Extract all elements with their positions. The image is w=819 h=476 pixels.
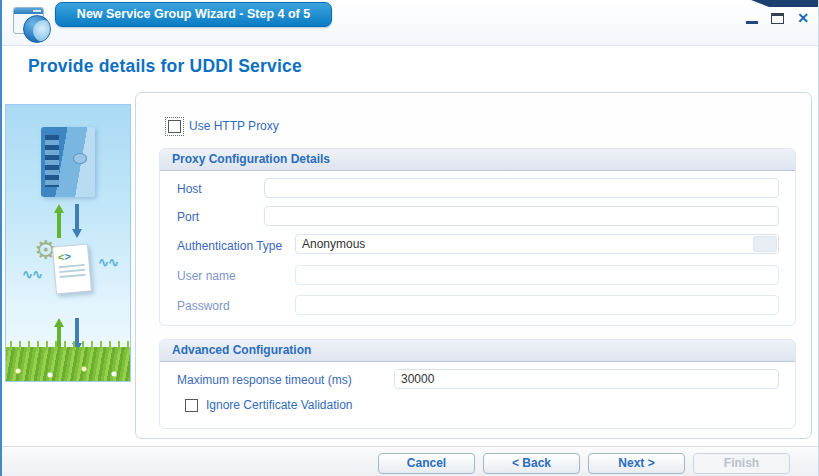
finish-button: Finish	[693, 453, 790, 474]
proxy-configuration-group: Proxy Configuration Details Host Port Au…	[159, 148, 796, 326]
code-glyph: <>	[57, 249, 84, 263]
port-label: Port	[177, 210, 199, 224]
cancel-button[interactable]: Cancel	[378, 453, 475, 474]
squiggle-decoration: ∿∿	[22, 267, 42, 282]
password-input[interactable]	[295, 295, 779, 315]
password-label: Password	[177, 299, 230, 313]
footer-bar: Cancel < Back Next > Finish	[0, 446, 818, 476]
username-input[interactable]	[295, 265, 779, 285]
crescent-orb-icon	[23, 15, 51, 43]
authentication-type-value[interactable]	[295, 234, 779, 254]
use-http-proxy-checkbox[interactable]	[168, 120, 181, 133]
advanced-configuration-group: Advanced Configuration Maximum response …	[159, 339, 796, 429]
page-title: Provide details for UDDI Service	[28, 56, 302, 77]
content-panel: Use HTTP Proxy Proxy Configuration Detai…	[135, 92, 812, 439]
advanced-group-title: Advanced Configuration	[160, 340, 795, 362]
maximize-icon[interactable]	[771, 13, 784, 24]
arrow-up-icon	[54, 204, 64, 238]
window-left-border	[0, 0, 2, 476]
wizard-buttons: Cancel < Back Next > Finish	[378, 453, 790, 474]
titlebar-decoration	[751, 0, 818, 7]
back-button[interactable]: < Back	[483, 453, 580, 474]
ignore-cert-checkbox[interactable]	[185, 399, 198, 412]
grass-graphic	[6, 347, 130, 381]
authentication-type-dropdown[interactable]	[295, 234, 779, 254]
server-icon	[41, 127, 95, 197]
arrow-down-icon	[72, 204, 82, 238]
host-input[interactable]	[264, 178, 779, 198]
title-bar: New Service Group Wizard - Step 4 of 5 ✕	[0, 0, 818, 46]
dropdown-button-icon[interactable]	[753, 236, 777, 252]
use-http-proxy-label: Use HTTP Proxy	[189, 119, 279, 133]
timeout-input[interactable]	[394, 369, 779, 389]
proxy-group-title: Proxy Configuration Details	[160, 149, 795, 171]
host-label: Host	[177, 182, 202, 196]
wizard-illustration: ⚙ ∿∿ ∿∿ <> •••	[5, 104, 131, 382]
authentication-type-label: Authentication Type	[177, 239, 282, 253]
ignore-cert-row: Ignore Certificate Validation	[185, 398, 353, 412]
app-icon	[13, 5, 57, 47]
minimize-icon[interactable]	[746, 21, 758, 24]
window-controls: ✕	[746, 10, 809, 26]
username-label: User name	[177, 269, 236, 283]
next-button[interactable]: Next >	[588, 453, 685, 474]
use-http-proxy-row: Use HTTP Proxy	[168, 119, 279, 133]
port-input[interactable]	[264, 206, 779, 226]
ignore-cert-label: Ignore Certificate Validation	[206, 398, 353, 412]
close-icon[interactable]: ✕	[797, 11, 809, 25]
squiggle-decoration: ∿∿	[98, 255, 118, 270]
wizard-window: { "window": { "title": "New Service Grou…	[0, 0, 819, 476]
window-title: New Service Group Wizard - Step 4 of 5	[55, 2, 332, 27]
timeout-label: Maximum response timeout (ms)	[177, 373, 352, 387]
service-document-icon: <>	[52, 244, 92, 295]
